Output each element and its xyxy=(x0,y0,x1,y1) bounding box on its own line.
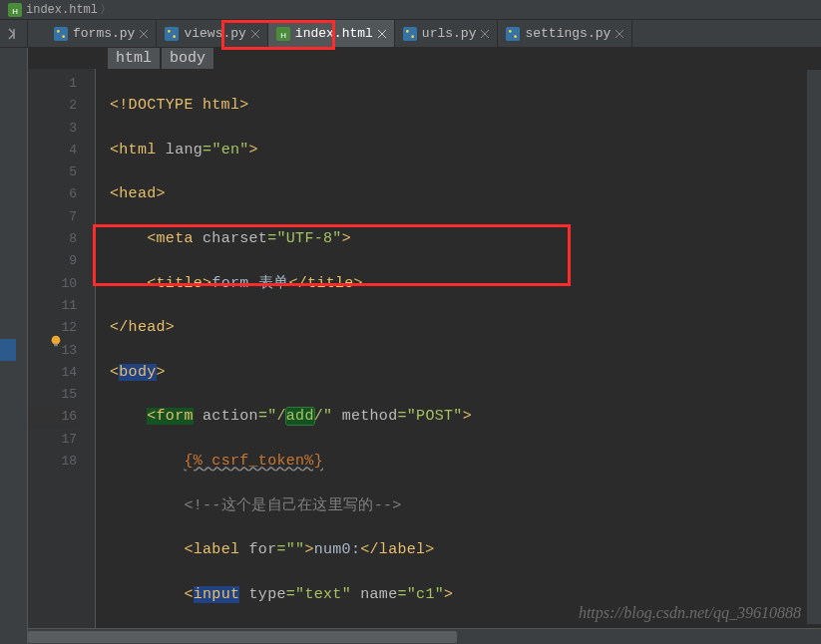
structure-breadcrumb: html body xyxy=(28,48,821,69)
svg-point-3 xyxy=(57,30,60,33)
breadcrumb-chevron-icon: 〉 xyxy=(100,1,112,18)
tab-label: urls.py xyxy=(422,26,477,41)
breadcrumb: H index.html 〉 xyxy=(0,0,821,20)
horizontal-scrollbar[interactable] xyxy=(28,628,821,644)
svg-rect-17 xyxy=(54,344,58,347)
svg-rect-10 xyxy=(403,27,417,41)
editor: html body 1 2 3 4 5 6 7 8 9 10 11 12 13 … xyxy=(28,48,821,644)
tab-label: settings.py xyxy=(525,26,611,41)
project-tool-button[interactable] xyxy=(0,20,28,47)
svg-point-14 xyxy=(510,30,513,33)
annotation-red-box-code xyxy=(93,224,571,286)
editor-tabs: forms.py views.py H index.html urls.py s… xyxy=(0,20,821,48)
tab-forms[interactable]: forms.py xyxy=(46,20,157,47)
svg-text:H: H xyxy=(12,6,18,15)
close-icon[interactable] xyxy=(616,30,623,38)
svg-point-15 xyxy=(515,35,518,38)
struct-body[interactable]: body xyxy=(162,48,213,69)
tab-urls[interactable]: urls.py xyxy=(395,20,499,47)
vertical-scrollbar[interactable] xyxy=(807,70,821,624)
python-file-icon xyxy=(403,27,417,41)
annotation-red-box-tab xyxy=(221,20,335,50)
svg-point-16 xyxy=(52,336,61,345)
tool-window-marker xyxy=(0,339,16,361)
svg-point-11 xyxy=(406,30,409,33)
tab-settings[interactable]: settings.py xyxy=(498,20,632,47)
intention-bulb-icon[interactable] xyxy=(49,334,63,348)
svg-point-4 xyxy=(62,35,65,38)
svg-point-7 xyxy=(174,35,177,38)
svg-point-12 xyxy=(411,35,414,38)
left-gutter xyxy=(0,48,28,644)
close-icon[interactable] xyxy=(481,30,489,38)
html-file-icon: H xyxy=(8,3,22,17)
close-icon[interactable] xyxy=(140,30,148,38)
watermark-text: https://blog.csdn.net/qq_39610888 xyxy=(579,604,801,622)
python-file-icon xyxy=(165,27,179,41)
scrollbar-thumb[interactable] xyxy=(28,631,457,643)
python-file-icon xyxy=(506,27,520,41)
struct-html[interactable]: html xyxy=(108,48,160,69)
breadcrumb-file[interactable]: index.html xyxy=(26,3,98,17)
svg-rect-13 xyxy=(506,27,520,41)
collapse-icon xyxy=(7,27,21,41)
code-content[interactable]: <!DOCTYPE html> <html lang="en"> <head> … xyxy=(96,69,821,644)
python-file-icon xyxy=(54,27,68,41)
tab-label: forms.py xyxy=(73,26,135,41)
line-gutter: 1 2 3 4 5 6 7 8 9 10 11 12 13 14 15 16 1… xyxy=(28,69,96,644)
svg-rect-5 xyxy=(165,27,179,41)
svg-point-6 xyxy=(168,30,171,33)
close-icon[interactable] xyxy=(378,30,386,38)
svg-rect-2 xyxy=(54,27,68,41)
